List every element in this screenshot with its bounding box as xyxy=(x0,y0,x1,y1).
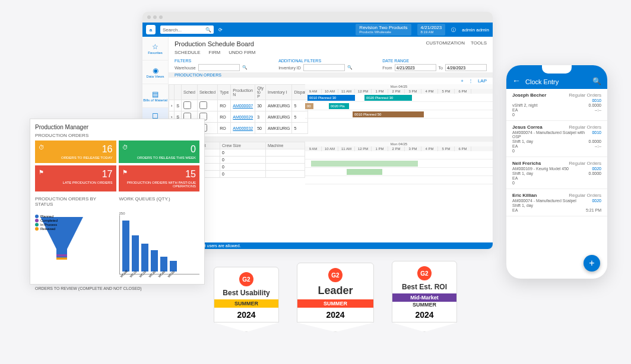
to-date[interactable] xyxy=(445,64,487,71)
gantt-bar[interactable] xyxy=(311,161,418,167)
customization-link[interactable]: CUSTOMIZATION xyxy=(426,40,465,46)
list-item[interactable]: Neil FrerichsRegular Orders AM000169 - K… xyxy=(506,157,607,189)
footer-warning: nly two concurrent users are allowed. xyxy=(169,242,493,249)
search-icon[interactable]: 🔍 xyxy=(592,77,601,85)
tools-link[interactable]: TOOLS xyxy=(471,40,487,46)
chart-bar xyxy=(132,235,139,272)
list-item[interactable]: Joseph BecherRegular Orders 0010 vShift … xyxy=(506,89,607,121)
gantt-bar[interactable]: 0010 Planned 50 xyxy=(353,111,424,117)
tab[interactable]: SCHEDULE xyxy=(175,50,201,55)
warehouse-input[interactable] xyxy=(198,64,240,71)
fab-add-button[interactable]: + xyxy=(584,255,600,272)
chart-bar xyxy=(151,250,158,272)
help-icon[interactable]: ⓘ xyxy=(451,27,456,33)
chart-bar xyxy=(122,221,129,272)
gantt-bar[interactable] xyxy=(347,169,382,175)
app-logo: a xyxy=(146,25,156,34)
mobile-device: ← Clock Entry 🔍 Joseph BecherRegular Ord… xyxy=(506,65,607,279)
dashboard-title: Production Manager xyxy=(35,124,199,130)
from-date[interactable] xyxy=(395,64,436,71)
mobile-title: Clock Entry xyxy=(525,78,559,85)
sidebar-item[interactable]: ▤Bills of Material xyxy=(142,84,168,108)
search-icon[interactable]: 🔍 xyxy=(242,65,248,70)
app-top-bar: a Search... 🔍 ⟳ Revision Two Products Pr… xyxy=(142,23,493,37)
list-item[interactable]: Jesus CorreaRegular Orders AM000074 - Ma… xyxy=(506,121,607,157)
chart-bar xyxy=(141,244,148,272)
award-badges: G2Best UsabilitySUMMER2024G2LeaderSUMMER… xyxy=(214,261,457,332)
tab[interactable]: UNDO FIRM xyxy=(229,50,255,55)
tab[interactable]: FIRM xyxy=(209,50,221,55)
chart-bar xyxy=(160,257,167,272)
svg-rect-1 xyxy=(56,254,67,257)
revision-selector[interactable]: Revision Two Products Products Wholesale xyxy=(356,24,411,36)
svg-rect-2 xyxy=(56,257,67,260)
kpi-tile[interactable]: ⏱0ORDERS TO RELEASE THIS WEEK xyxy=(119,141,200,163)
list-item[interactable]: Eric KillianRegular Orders AM000074 - Ma… xyxy=(506,189,607,216)
date-display: 4/21/2023 8:19 AM xyxy=(417,24,446,36)
kpi-tile[interactable]: ⏱16ORDERS TO RELEASE TODAY xyxy=(35,141,116,163)
g2-badge: G2LeaderSUMMER2024 xyxy=(297,263,374,323)
table-row[interactable]: ›SROAM00000730AMKEURIG5 xyxy=(169,100,308,111)
refresh-icon[interactable]: ⟳ xyxy=(218,27,223,33)
gantt-bar[interactable]: 0020 Planned 30 xyxy=(364,95,412,101)
macos-title-bar xyxy=(142,12,493,23)
search-icon[interactable]: 🔍 xyxy=(205,27,211,33)
search-icon[interactable]: 🔍 xyxy=(347,65,353,70)
bar-chart xyxy=(119,215,200,274)
gantt-bar[interactable]: 00 xyxy=(305,103,313,109)
search-placeholder: Search... xyxy=(163,27,182,33)
kpi-tile[interactable]: ⚑17LATE PRODUCTION ORDERS xyxy=(35,165,116,191)
sidebar-item[interactable]: ◉Data Views xyxy=(142,60,168,84)
g2-badge: G2Best UsabilitySUMMER2024 xyxy=(214,267,279,323)
add-icon[interactable]: + xyxy=(461,78,464,84)
user-menu[interactable]: admin admin xyxy=(462,27,489,33)
search-input[interactable]: Search... 🔍 xyxy=(160,25,214,34)
gantt-bar[interactable]: 0020 Pla xyxy=(329,103,349,109)
g2-badge: G2Best Est. ROIMid-MarketSUMMER2024 xyxy=(392,261,457,323)
inventory-input[interactable] xyxy=(303,64,345,71)
filter-icon[interactable]: ⋮ xyxy=(468,78,473,84)
gantt-bar[interactable]: 0010 Planned 30 xyxy=(307,95,355,101)
kpi-tile[interactable]: ⚑15PRODUCTION ORDERS WITH PAST-DUE OPERA… xyxy=(119,165,200,191)
sidebar-item[interactable]: ☆Favorites xyxy=(142,37,168,60)
dashboard-panel: Production Manager PRODUCTION ORDERS ⏱16… xyxy=(30,119,205,285)
back-icon[interactable]: ← xyxy=(512,76,521,85)
